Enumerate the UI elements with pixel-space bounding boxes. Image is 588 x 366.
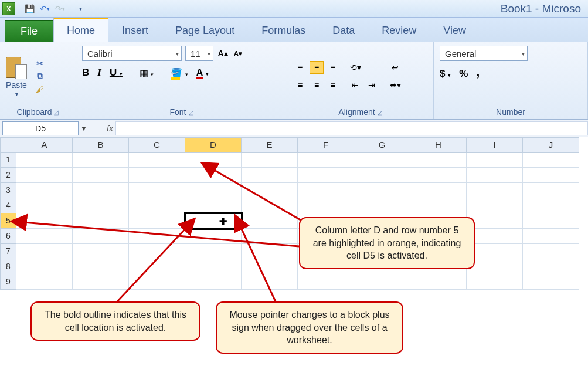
tab-review[interactable]: Review	[368, 19, 430, 42]
cell-A5[interactable]	[16, 214, 73, 229]
col-header-i[interactable]: I	[467, 137, 523, 152]
col-header-e[interactable]: E	[242, 137, 298, 152]
cell-E4[interactable]	[242, 198, 298, 214]
cell-D6[interactable]	[185, 229, 242, 244]
cell-A1[interactable]	[16, 152, 73, 168]
col-header-f[interactable]: F	[298, 137, 354, 152]
row-header-2[interactable]: 2	[0, 168, 16, 183]
cell-C6[interactable]	[129, 229, 185, 244]
paste-dropdown-icon[interactable]: ▾	[15, 91, 18, 97]
cell-J9[interactable]	[523, 274, 579, 290]
row-header-8[interactable]: 8	[0, 259, 16, 274]
qat-customize-icon[interactable]: ▾	[74, 2, 87, 15]
font-dialog-launcher-icon[interactable]: ◿	[189, 109, 193, 116]
cell-B2[interactable]	[73, 168, 129, 183]
col-header-j[interactable]: J	[523, 137, 579, 152]
cell-E5[interactable]	[242, 214, 298, 229]
number-format-combo[interactable]: General	[440, 46, 528, 61]
align-top-icon[interactable]: ≡	[293, 61, 307, 74]
cell-F2[interactable]	[298, 168, 354, 183]
tab-insert[interactable]: Insert	[108, 19, 162, 42]
cell-I6[interactable]	[467, 229, 523, 244]
col-header-a[interactable]: A	[16, 137, 73, 152]
row-header-6[interactable]: 6	[0, 229, 16, 244]
cell-B7[interactable]	[73, 244, 129, 259]
align-bottom-icon[interactable]: ≡	[326, 61, 340, 74]
decrease-indent-icon[interactable]: ⇤	[348, 79, 362, 92]
cell-J2[interactable]	[523, 168, 579, 183]
grow-font-icon[interactable]: A▴	[217, 49, 229, 58]
cell-G9[interactable]	[354, 274, 410, 290]
cell-B5[interactable]	[73, 214, 129, 229]
font-name-combo[interactable]: Calibri	[82, 46, 182, 61]
cell-D7[interactable]	[185, 244, 242, 259]
cell-B8[interactable]	[73, 259, 129, 274]
cell-D1[interactable]	[185, 152, 242, 168]
orientation-icon[interactable]: ⟲▾	[348, 61, 362, 74]
font-color-icon[interactable]: A ▾	[196, 67, 209, 78]
name-box-dropdown-icon[interactable]: ▼	[79, 125, 89, 132]
cell-C7[interactable]	[129, 244, 185, 259]
tab-view[interactable]: View	[430, 19, 480, 42]
cell-A8[interactable]	[16, 259, 73, 274]
cell-F3[interactable]	[298, 183, 354, 198]
col-header-g[interactable]: G	[354, 137, 410, 152]
alignment-dialog-launcher-icon[interactable]: ◿	[378, 109, 382, 116]
cell-I8[interactable]	[467, 259, 523, 274]
cell-C4[interactable]	[129, 198, 185, 214]
col-header-d[interactable]: D	[185, 137, 242, 152]
cut-icon[interactable]: ✂	[34, 59, 46, 68]
row-header-7[interactable]: 7	[0, 244, 16, 259]
cell-J1[interactable]	[523, 152, 579, 168]
name-box[interactable]: D5	[2, 121, 79, 135]
cell-D9[interactable]	[185, 274, 242, 290]
cell-F9[interactable]	[298, 274, 354, 290]
formula-input[interactable]	[115, 121, 588, 135]
shrink-font-icon[interactable]: A▾	[232, 49, 244, 58]
cell-J7[interactable]	[523, 244, 579, 259]
tab-page-layout[interactable]: Page Layout	[162, 19, 248, 42]
cell-E9[interactable]	[242, 274, 298, 290]
undo-icon[interactable]: ↶▾	[38, 2, 51, 15]
cell-C1[interactable]	[129, 152, 185, 168]
cell-H9[interactable]	[410, 274, 467, 290]
increase-indent-icon[interactable]: ⇥	[365, 79, 379, 92]
percent-button[interactable]: %	[459, 68, 468, 80]
col-header-h[interactable]: H	[410, 137, 467, 152]
cell-F1[interactable]	[298, 152, 354, 168]
cell-B6[interactable]	[73, 229, 129, 244]
underline-button[interactable]: U ▾	[110, 67, 123, 79]
cell-E7[interactable]	[242, 244, 298, 259]
cell-I7[interactable]	[467, 244, 523, 259]
row-header-4[interactable]: 4	[0, 198, 16, 214]
cell-C8[interactable]	[129, 259, 185, 274]
format-painter-icon[interactable]: 🖌	[34, 84, 46, 94]
select-all-corner[interactable]	[0, 137, 16, 152]
align-left-icon[interactable]: ≡	[293, 79, 307, 92]
cell-H2[interactable]	[410, 168, 467, 183]
redo-icon[interactable]: ↷▾	[53, 2, 66, 15]
cell-A9[interactable]	[16, 274, 73, 290]
cell-H4[interactable]	[410, 198, 467, 214]
copy-icon[interactable]: ⧉	[34, 72, 46, 81]
cell-G3[interactable]	[354, 183, 410, 198]
cell-I9[interactable]	[467, 274, 523, 290]
cell-J4[interactable]	[523, 198, 579, 214]
cell-C3[interactable]	[129, 183, 185, 198]
cell-G1[interactable]	[354, 152, 410, 168]
row-header-5[interactable]: 5	[0, 214, 16, 229]
cell-E1[interactable]	[242, 152, 298, 168]
clipboard-dialog-launcher-icon[interactable]: ◿	[54, 109, 59, 116]
cell-D4[interactable]	[185, 198, 242, 214]
wrap-text-icon[interactable]: ↩	[387, 61, 403, 74]
save-icon[interactable]: 💾	[23, 2, 36, 15]
cell-D8[interactable]	[185, 259, 242, 274]
cell-B1[interactable]	[73, 152, 129, 168]
tab-home[interactable]: Home	[53, 18, 108, 42]
cell-D2[interactable]	[185, 168, 242, 183]
cell-I1[interactable]	[467, 152, 523, 168]
cell-A2[interactable]	[16, 168, 73, 183]
cell-A4[interactable]	[16, 198, 73, 214]
cell-C2[interactable]	[129, 168, 185, 183]
cell-B4[interactable]	[73, 198, 129, 214]
